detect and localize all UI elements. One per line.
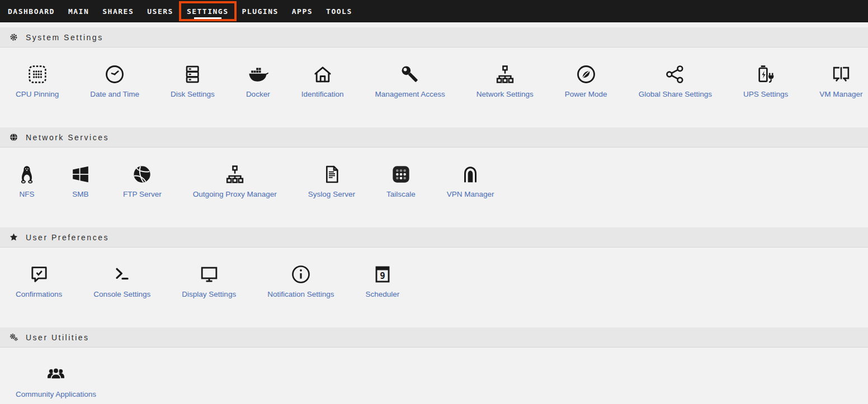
section-items: NFSSMBFTP ServerOutgoing Proxy ManagerSy… <box>0 148 868 227</box>
settings-item-label: CPU Pinning <box>16 90 59 98</box>
monitor-icon <box>198 263 220 286</box>
settings-item-global-share-settings[interactable]: Global Share Settings <box>623 63 728 98</box>
settings-item-vm-manager[interactable]: VM Manager <box>804 63 868 98</box>
settings-item-label: Syslog Server <box>308 190 355 198</box>
settings-item-label: VM Manager <box>819 90 862 98</box>
nav-item-label: DASHBOARD <box>8 7 55 16</box>
settings-item-notification-settings[interactable]: Notification Settings <box>252 263 350 298</box>
nav-item-dashboard[interactable]: DASHBOARD <box>8 0 55 22</box>
nav-item-users[interactable]: USERS <box>147 0 173 22</box>
settings-item-label: Tailscale <box>386 190 416 198</box>
clock-icon <box>103 63 126 85</box>
settings-item-label: SMB <box>72 190 88 198</box>
settings-item-identification[interactable]: Identification <box>286 63 360 98</box>
section-items: ConfirmationsConsole SettingsDisplay Set… <box>0 248 868 327</box>
top-nav: DASHBOARDMAINSHARESUSERSSETTINGSPLUGINSA… <box>0 0 868 22</box>
star-icon <box>9 232 18 242</box>
section-items: CPU PinningDate and TimeDisk SettingsDoc… <box>0 47 868 127</box>
settings-item-docker[interactable]: Docker <box>230 63 286 98</box>
section-network-services: Network ServicesNFSSMBFTP ServerOutgoing… <box>0 127 868 227</box>
settings-item-label: Scheduler <box>365 290 399 298</box>
key-icon <box>399 63 421 85</box>
disk-stack-icon <box>181 63 204 85</box>
settings-item-smb[interactable]: SMB <box>54 163 107 198</box>
docker-whale-icon <box>247 63 269 85</box>
section-header: User Preferences <box>0 227 868 248</box>
settings-item-ups-settings[interactable]: UPS Settings <box>728 63 804 98</box>
settings-item-outgoing-proxy-manager[interactable]: Outgoing Proxy Manager <box>177 163 293 198</box>
windows-icon <box>69 163 92 186</box>
globe-icon <box>9 132 18 142</box>
users-group-icon <box>45 363 67 386</box>
section-header: System Settings <box>0 27 868 47</box>
nav-item-apps[interactable]: APPS <box>292 0 313 22</box>
settings-item-label: Global Share Settings <box>639 90 712 98</box>
settings-item-nfs[interactable]: NFS <box>0 163 54 198</box>
settings-item-label: FTP Server <box>123 190 162 198</box>
settings-item-power-mode[interactable]: Power Mode <box>549 63 623 98</box>
settings-item-network-settings[interactable]: Network Settings <box>461 63 549 98</box>
settings-item-label: Network Settings <box>477 90 534 98</box>
settings-item-community-applications[interactable]: Community Applications <box>0 363 112 398</box>
check-bubble-icon <box>28 263 50 286</box>
gears-icon <box>9 332 18 342</box>
settings-item-label: NFS <box>20 190 35 198</box>
settings-item-display-settings[interactable]: Display Settings <box>166 263 252 298</box>
gear-icon <box>9 32 18 42</box>
settings-item-cpu-pinning[interactable]: CPU Pinning <box>0 63 74 98</box>
section-title: Network Services <box>26 133 109 142</box>
info-circle-icon <box>290 263 312 286</box>
nav-item-label: SETTINGS <box>187 7 229 16</box>
document-icon <box>320 163 343 186</box>
nav-item-settings[interactable]: SETTINGS <box>187 0 229 22</box>
settings-item-label: Power Mode <box>565 90 607 98</box>
section-header: User Utilities <box>0 327 868 348</box>
vm-panels-icon <box>830 63 852 85</box>
globe-sphere-icon <box>131 163 153 186</box>
nav-item-label: PLUGINS <box>242 7 279 16</box>
settings-item-label: UPS Settings <box>743 90 788 98</box>
settings-page: System SettingsCPU PinningDate and TimeD… <box>0 22 868 404</box>
settings-item-label: Display Settings <box>182 290 236 298</box>
settings-item-label: Date and Time <box>90 90 139 98</box>
section-title: System Settings <box>26 33 103 42</box>
settings-item-syslog-server[interactable]: Syslog Server <box>293 163 371 198</box>
settings-item-label: Notification Settings <box>267 290 334 298</box>
settings-item-label: Disk Settings <box>171 90 215 98</box>
settings-item-tailscale[interactable]: Tailscale <box>371 163 431 198</box>
settings-item-label: Community Applications <box>16 390 96 398</box>
settings-item-scheduler[interactable]: 9Scheduler <box>350 263 415 298</box>
nav-item-label: SHARES <box>102 7 134 16</box>
settings-item-label: VPN Manager <box>447 190 494 198</box>
share-nodes-icon <box>664 63 686 85</box>
settings-item-console-settings[interactable]: Console Settings <box>78 263 166 298</box>
home-icon <box>312 63 334 85</box>
settings-item-confirmations[interactable]: Confirmations <box>0 263 78 298</box>
section-header: Network Services <box>0 127 868 148</box>
nav-item-main[interactable]: MAIN <box>68 0 89 22</box>
settings-item-ftp-server[interactable]: FTP Server <box>107 163 177 198</box>
nav-item-label: USERS <box>147 7 173 16</box>
sitemap-icon <box>494 63 516 85</box>
cpu-pinning-icon <box>26 63 49 85</box>
nav-item-plugins[interactable]: PLUGINS <box>242 0 279 22</box>
tux-icon <box>16 163 38 186</box>
settings-item-label: Console Settings <box>93 290 150 298</box>
settings-item-vpn-manager[interactable]: VPN Manager <box>431 163 510 198</box>
nav-item-tools[interactable]: TOOLS <box>326 0 352 22</box>
settings-item-disk-settings[interactable]: Disk Settings <box>155 63 230 98</box>
settings-item-label: Identification <box>301 90 344 98</box>
nav-item-shares[interactable]: SHARES <box>102 0 134 22</box>
section-items: Community Applications <box>0 348 868 404</box>
section-title: User Utilities <box>26 333 89 342</box>
section-system-settings: System SettingsCPU PinningDate and TimeD… <box>0 27 868 127</box>
settings-item-label: Outgoing Proxy Manager <box>193 190 277 198</box>
nav-item-label: APPS <box>292 7 313 16</box>
svg-text:9: 9 <box>380 270 385 281</box>
nav-item-label: TOOLS <box>326 7 352 16</box>
calendar-icon: 9 <box>371 263 394 286</box>
leaf-circle-icon <box>575 63 597 85</box>
settings-item-management-access[interactable]: Management Access <box>359 63 460 98</box>
settings-item-date-and-time[interactable]: Date and Time <box>74 63 155 98</box>
section-user-utilities: User UtilitiesCommunity Applications <box>0 327 868 404</box>
